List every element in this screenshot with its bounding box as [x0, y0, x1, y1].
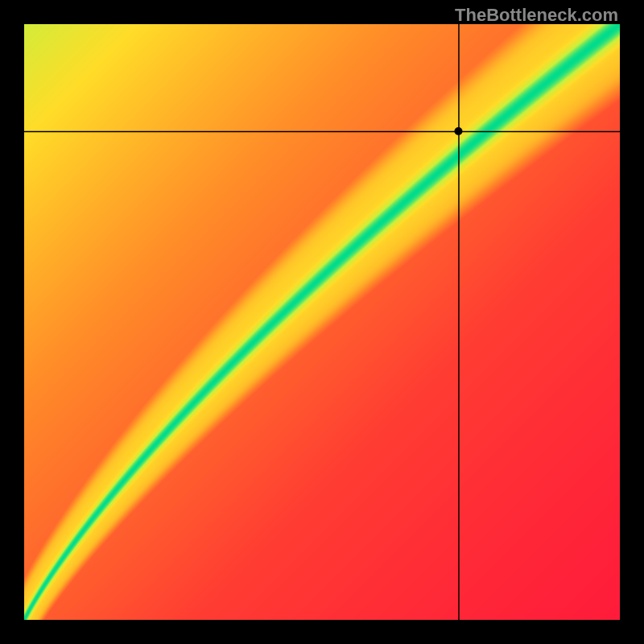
crosshair-overlay — [24, 24, 620, 620]
watermark-text: TheBottleneck.com — [455, 5, 618, 26]
heatmap-chart — [24, 24, 620, 620]
